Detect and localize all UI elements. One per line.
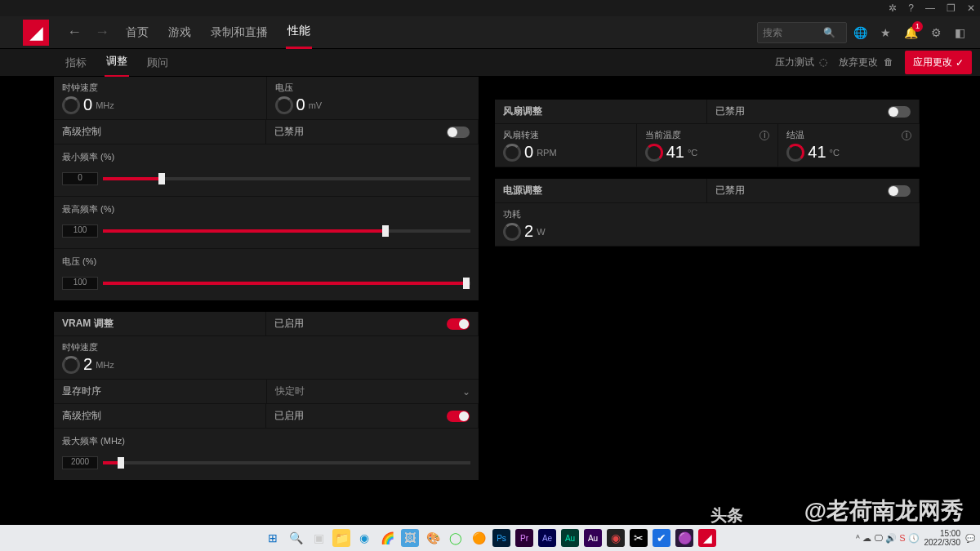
explorer-icon[interactable]: 📁	[332, 529, 350, 547]
content: 时钟速度 0 MHz 电压 0 mV 高级控制 已禁用	[0, 77, 980, 523]
pr-icon[interactable]: Pr	[515, 529, 533, 547]
memory-timing-select[interactable]: 快定时⌄	[267, 380, 479, 403]
vram-tuning-status: 已启用	[266, 312, 479, 335]
watermark-left: 头条	[710, 504, 743, 527]
search-icon[interactable]: 🔍	[287, 529, 305, 547]
star-icon[interactable]: ★	[880, 26, 891, 39]
gear-icon[interactable]: ⚙	[931, 26, 942, 39]
nav-forward-icon[interactable]: →	[95, 24, 109, 41]
au-icon[interactable]: Au	[561, 529, 579, 547]
app-icon-3[interactable]: Au	[584, 529, 602, 547]
search-input[interactable]	[763, 27, 820, 38]
clock-speed-unit: MHz	[96, 100, 114, 110]
vram-adv-toggle[interactable]	[447, 411, 470, 422]
search-icon[interactable]: 🔍	[823, 27, 835, 38]
vram-clock-cell: 时钟速度 2 MHz	[54, 336, 479, 379]
davinci-icon[interactable]: ◉	[607, 529, 625, 547]
nav-home[interactable]: 首页	[124, 17, 150, 48]
max-freq-input[interactable]: 100	[62, 224, 98, 238]
fan-speed-label: 风扇转速	[503, 129, 628, 141]
nav-back-icon[interactable]: ←	[67, 24, 82, 41]
settings-icon[interactable]: ✲	[889, 2, 897, 14]
clock-speed-value: 0	[83, 96, 92, 114]
help-icon[interactable]: ?	[908, 2, 914, 14]
vram-clock-label: 时钟速度	[62, 341, 470, 353]
max-freq-label: 最高频率 (%)	[62, 203, 470, 216]
info-icon[interactable]: i	[902, 131, 911, 140]
power-tuning-status: 已禁用	[707, 179, 920, 202]
voltage-pct-input[interactable]: 100	[62, 277, 98, 290]
windows-taskbar: ⊞ 🔍 ▣ 📁 ◉ 🌈 🖼 🎨 ◯ 🟠 Ps Pr Ae Au Au ◉ ✂ ✔…	[0, 525, 980, 551]
vram-clock-value: 2	[83, 355, 92, 374]
power-usage-label: 功耗	[503, 208, 911, 220]
vram-maxfreq-input[interactable]: 2000	[62, 456, 98, 469]
dock-icon[interactable]: ◧	[955, 26, 965, 39]
search-box[interactable]: 🔍	[757, 22, 847, 43]
maximize-icon[interactable]: ❐	[947, 2, 956, 14]
min-freq-input[interactable]: 0	[62, 172, 98, 185]
bell-badge: 1	[912, 21, 923, 32]
max-freq-slider[interactable]	[103, 229, 470, 233]
vram-maxfreq-slider[interactable]	[103, 461, 470, 464]
power-tuning-panel: 电源调整 已禁用 功耗 2 W	[495, 179, 920, 247]
min-freq-slider[interactable]	[103, 177, 470, 180]
advanced-control-label: 高级控制	[54, 120, 266, 144]
voltage-label: 电压	[275, 82, 471, 94]
vram-maxfreq-label: 最大频率 (MHz)	[62, 435, 470, 447]
globe-icon[interactable]: 🌐	[853, 26, 867, 39]
vram-adv-label: 高级控制	[54, 404, 266, 428]
ps-icon[interactable]: Ps	[492, 529, 510, 547]
stress-test-button[interactable]: 压力测试 ◌	[775, 56, 828, 69]
discard-button[interactable]: 放弃更改 🗑	[839, 56, 893, 69]
bell-icon[interactable]: 🔔1	[904, 26, 918, 39]
nav-performance[interactable]: 性能	[286, 16, 312, 49]
app-icon-2[interactable]: 🟠	[470, 529, 488, 547]
fan-tuning-status: 已禁用	[707, 100, 920, 123]
tray-datetime[interactable]: 15:002022/3/30	[924, 529, 961, 547]
vram-tuning-title: VRAM 调整	[54, 312, 266, 335]
subnav-metrics[interactable]: 指标	[64, 49, 88, 77]
nav-recording[interactable]: 录制和直播	[209, 17, 270, 48]
junction-temp-dial-icon	[786, 144, 804, 162]
advanced-control-toggle[interactable]	[447, 127, 470, 138]
edge-icon[interactable]: ◉	[355, 529, 373, 547]
chrome-icon[interactable]: 🌈	[378, 529, 396, 547]
max-freq-row: 最高频率 (%) 100	[54, 197, 479, 249]
power-usage-cell: 功耗 2 W	[495, 203, 920, 246]
voltage-pct-slider[interactable]	[103, 282, 470, 285]
taskview-icon[interactable]: ▣	[310, 529, 327, 547]
amd-taskbar-icon[interactable]: ◢	[698, 529, 716, 547]
vram-tuning-toggle[interactable]	[447, 318, 470, 330]
photos-icon[interactable]: 🖼	[401, 529, 419, 547]
tray-icons[interactable]: ᴬ☁🖵🔊S🕔	[856, 533, 919, 544]
current-temp-value: 41	[666, 143, 684, 162]
app-icon-5[interactable]: 🟣	[675, 529, 693, 547]
fan-speed-value: 0	[524, 143, 533, 162]
fan-tuning-toggle[interactable]	[888, 106, 911, 118]
power-tuning-toggle[interactable]	[888, 185, 911, 197]
advanced-control-status: 已禁用	[266, 120, 479, 144]
subnav-advisor[interactable]: 顾问	[145, 49, 170, 77]
nav-gaming[interactable]: 游戏	[167, 17, 193, 48]
top-nav: ◢ ← → 首页 游戏 录制和直播 性能 🔍 🌐 ★ 🔔1 ⚙ ◧	[0, 16, 980, 49]
memory-timing-label: 显存时序	[54, 380, 267, 403]
voltage-pct-row: 电压 (%) 100	[54, 249, 479, 300]
close-icon[interactable]: ✕	[967, 2, 975, 14]
subnav-tuning[interactable]: 调整	[105, 47, 129, 78]
paint-icon[interactable]: 🎨	[424, 529, 442, 547]
fan-tuning-title: 风扇调整	[495, 100, 707, 123]
minimize-icon[interactable]: —	[925, 2, 935, 14]
info-icon[interactable]: i	[760, 131, 769, 140]
capcut-icon[interactable]: ✂	[630, 529, 648, 547]
ae-icon[interactable]: Ae	[538, 529, 556, 547]
taskbar-icons: ⊞ 🔍 ▣ 📁 ◉ 🌈 🖼 🎨 ◯ 🟠 Ps Pr Ae Au Au ◉ ✂ ✔…	[264, 529, 716, 547]
voltage-value: 0	[296, 96, 305, 114]
app-icon-4[interactable]: ✔	[653, 529, 670, 547]
clock-speed-label: 时钟速度	[62, 82, 258, 94]
apply-button[interactable]: 应用更改 ✓	[905, 51, 972, 74]
app-icon-1[interactable]: ◯	[447, 529, 465, 547]
start-icon[interactable]: ⊞	[264, 529, 282, 547]
voltage-dial-icon	[275, 96, 293, 114]
tray-notifications-icon[interactable]: 💬	[965, 534, 975, 543]
vram-clock-dial-icon	[62, 356, 80, 374]
